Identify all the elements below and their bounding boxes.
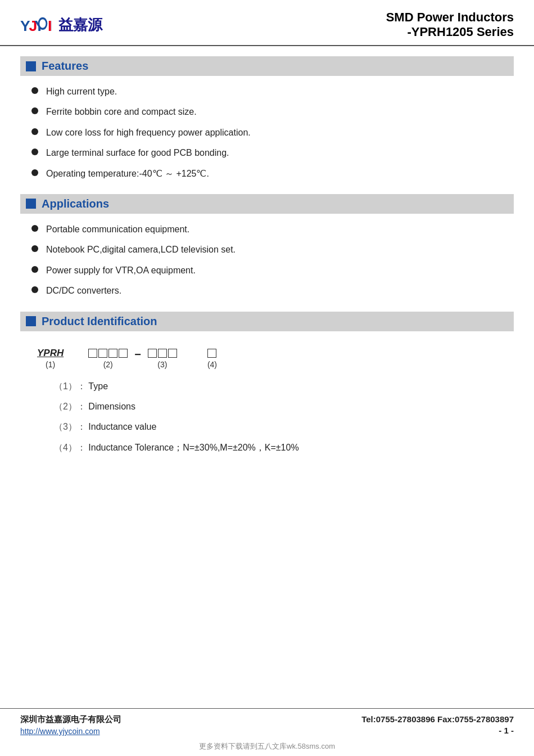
app-item-3: Power supply for VTR,OA equipment. [46,264,196,277]
pid-descriptions: （1）： Type （2）： Dimensions （3）： Inductanc… [37,380,497,454]
bullet-dot [31,225,38,232]
page-wrapper: Y J Y I N 益嘉源 SMD Power Inductors -YPRH1… [0,0,534,756]
svg-point-4 [39,19,46,28]
pid-desc-4-num: （4）： [54,443,86,452]
applications-section-title: Applications [42,197,109,210]
product-id-diagram: YPRH (1) (2) − [20,337,514,468]
applications-list: Portable communication equipment. Notebo… [20,219,514,302]
pid-group-2: (2) [88,349,128,369]
main-content: Features High current type. Ferrite bobb… [0,46,534,588]
pid-label-4: (4) [207,360,217,369]
pid-desc-4: （4）： Inductance Tolerance；N=±30%,M=±20%，… [54,442,497,454]
app-item-2: Notebook PC,digital camera,LCD televisio… [46,244,236,256]
pid-label-2: (2) [103,360,113,369]
pid-desc-1: （1）： Type [54,380,497,393]
list-item: Operating temperature:-40℃ ～ +125℃. [20,164,514,184]
bullet-dot [31,148,38,155]
applications-section-header: Applications [20,194,514,214]
pid-boxes-2 [88,349,128,358]
pid-desc-3: （3）： Inductance value [54,421,497,433]
product-id-section-header: Product Identification [20,312,514,331]
footer-left: 深圳市益嘉源电子有限公司 http://www.yjycoin.com [20,714,121,736]
pid-box [88,349,97,358]
bullet-dot [31,169,38,176]
pid-code: YPRH [37,348,64,358]
bullet-dot [31,245,38,252]
logo-text-cn: 益嘉源 [58,15,102,35]
list-item: Ferrite bobbin core and compact size. [20,102,514,122]
logo-area: Y J Y I N 益嘉源 [20,12,102,37]
pid-box [148,349,157,358]
feature-item-2: Ferrite bobbin core and compact size. [46,106,197,118]
app-item-4: DC/DC converters. [46,285,121,297]
feature-item-1: High current type. [46,86,117,98]
features-section-header: Features [20,56,514,76]
header: Y J Y I N 益嘉源 SMD Power Inductors -YPRH1… [0,0,534,46]
pid-boxes-3 [148,349,177,358]
pid-desc-2-num: （2）： [54,402,86,411]
product-id-section-title: Product Identification [42,315,157,328]
features-list: High current type. Ferrite bobbin core a… [20,82,514,184]
list-item: Large terminal surface for good PCB bond… [20,143,514,163]
app-item-1: Portable communication equipment. [46,223,189,236]
logo-icon: Y J Y I N [20,12,52,37]
pid-box [158,349,167,358]
footer-company: 深圳市益嘉源电子有限公司 [20,714,121,725]
bullet-dot [31,128,38,135]
bullet-dot [31,87,38,94]
product-id-section-icon [26,316,36,326]
footer-right: Tel:0755-27803896 Fax:0755-27803897 - 1 … [361,714,514,735]
pid-boxes-4 [207,349,216,358]
bullet-dot [31,286,38,293]
watermark: 更多资料下载请到五八文库wk.58sms.com [0,739,534,756]
pid-desc-2: （2）： Dimensions [54,400,497,413]
pid-desc-2-text: Dimensions [88,402,135,411]
list-item: Notebook PC,digital camera,LCD televisio… [20,240,514,260]
pid-dash: − [134,348,141,361]
svg-text:N: N [51,17,52,34]
pid-desc-3-text: Inductance value [88,422,156,431]
footer-contact: Tel:0755-27803896 Fax:0755-27803897 [361,714,514,724]
spacer [0,588,534,708]
header-title: SMD Power Inductors -YPRH1205 Series [386,10,514,39]
pid-box [119,349,128,358]
pid-box [98,349,107,358]
list-item: DC/DC converters. [20,281,514,301]
bullet-dot [31,266,38,273]
list-item: Low core loss for high frequency power a… [20,123,514,143]
list-item: High current type. [20,82,514,102]
pid-desc-1-num: （1）： [54,381,86,391]
feature-item-4: Large terminal surface for good PCB bond… [46,147,229,159]
pid-box [207,349,216,358]
feature-item-5: Operating temperature:-40℃ ～ +125℃. [46,168,209,180]
applications-section-icon [26,199,36,209]
pid-row: YPRH (1) (2) − [37,348,497,369]
pid-desc-4-text: Inductance Tolerance；N=±30%,M=±20%，K=±10… [88,443,298,452]
title-line1: SMD Power Inductors [386,10,514,25]
pid-label-3: (3) [157,360,167,369]
features-section-icon [26,61,36,71]
pid-label-1: (1) [46,360,55,369]
footer: 深圳市益嘉源电子有限公司 http://www.yjycoin.com Tel:… [0,708,534,739]
features-section-title: Features [42,60,88,73]
pid-group-1: YPRH (1) [37,348,64,369]
pid-group-3: (3) [148,349,177,369]
pid-box [108,349,117,358]
feature-item-3: Low core loss for high frequency power a… [46,127,251,139]
bullet-dot [31,107,38,114]
list-item: Power supply for VTR,OA equipment. [20,260,514,281]
footer-page: - 1 - [499,726,514,735]
footer-url[interactable]: http://www.yjycoin.com [20,727,121,736]
title-line2: -YPRH1205 Series [386,25,514,39]
pid-group-4: (4) [207,349,217,369]
pid-desc-3-num: （3）： [54,422,86,431]
list-item: Portable communication equipment. [20,219,514,240]
pid-desc-1-text: Type [88,381,108,391]
pid-box [168,349,177,358]
